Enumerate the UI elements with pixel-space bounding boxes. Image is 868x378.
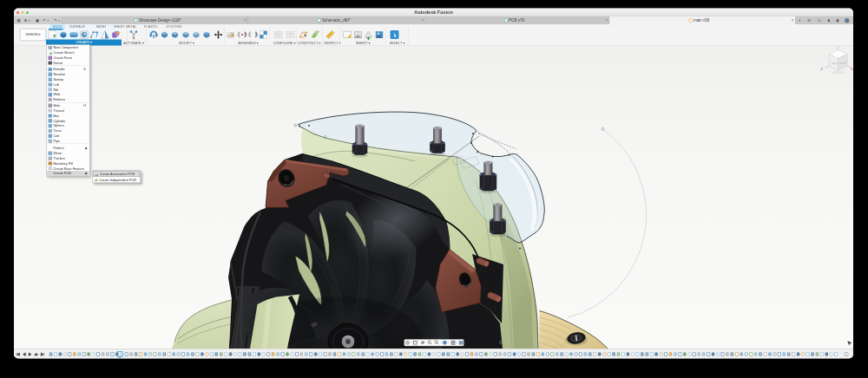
svg-text:X: X: [851, 67, 853, 71]
